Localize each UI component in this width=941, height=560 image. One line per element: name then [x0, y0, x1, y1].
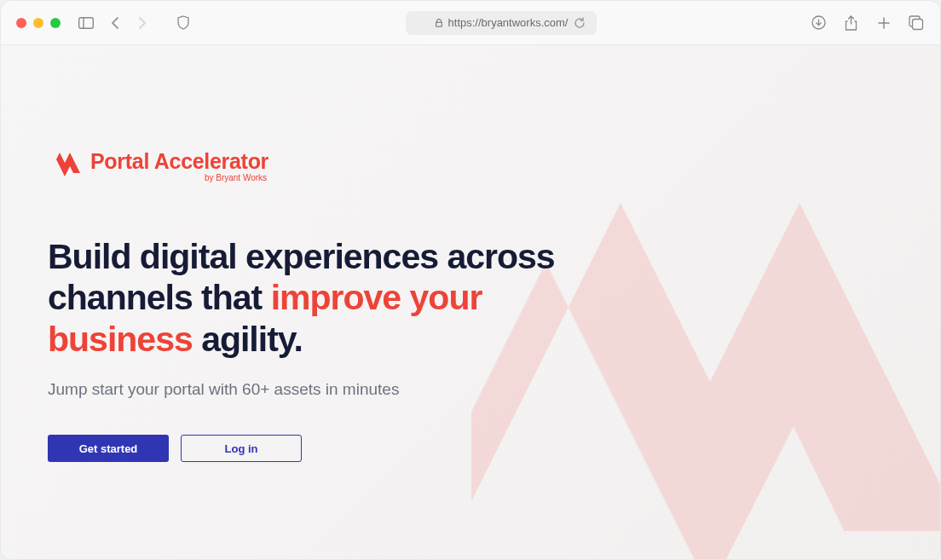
tabs-overview-icon[interactable] [908, 14, 925, 32]
login-button[interactable]: Log in [181, 435, 302, 462]
minimize-window-button[interactable] [33, 18, 43, 28]
refresh-icon[interactable] [571, 14, 588, 32]
back-button[interactable] [107, 14, 124, 32]
svg-rect-7 [912, 19, 922, 29]
browser-toolbar: https://bryantworks.com/ [1, 1, 940, 45]
maximize-window-button[interactable] [50, 18, 61, 28]
page-viewport: Portal Accelerator by Bryant Works Build… [1, 45, 940, 559]
get-started-button[interactable]: Get started [48, 435, 169, 462]
forward-button[interactable] [134, 14, 151, 32]
new-tab-icon[interactable] [875, 14, 892, 32]
browser-window: https://bryantworks.com/ [0, 0, 941, 560]
close-window-button[interactable] [16, 18, 26, 28]
url-bar[interactable]: https://bryantworks.com/ [406, 11, 596, 35]
logo-mark-icon [48, 147, 82, 185]
navigation-buttons [107, 14, 151, 32]
window-controls [16, 18, 61, 28]
hero-subheadline: Jump start your portal with 60+ assets i… [48, 380, 893, 399]
hero-section: Portal Accelerator by Bryant Works Build… [1, 45, 940, 496]
logo-title: Portal Accelerator [90, 151, 268, 172]
url-text: https://bryantworks.com/ [448, 16, 569, 29]
logo-text: Portal Accelerator by Bryant Works [90, 151, 268, 182]
headline-part2: agility. [193, 320, 303, 359]
toolbar-right-controls [811, 14, 925, 32]
brand-logo: Portal Accelerator by Bryant Works [48, 147, 893, 185]
hero-headline: Build digital experiences across channel… [48, 236, 576, 360]
share-icon[interactable] [843, 14, 860, 32]
cta-buttons: Get started Log in [48, 435, 893, 462]
downloads-icon[interactable] [811, 14, 828, 32]
lock-icon [435, 19, 443, 27]
sidebar-toggle-icon[interactable] [78, 14, 95, 32]
logo-subtitle: by Bryant Works [205, 174, 267, 182]
privacy-shield-icon[interactable] [175, 14, 192, 32]
svg-rect-0 [79, 17, 94, 28]
